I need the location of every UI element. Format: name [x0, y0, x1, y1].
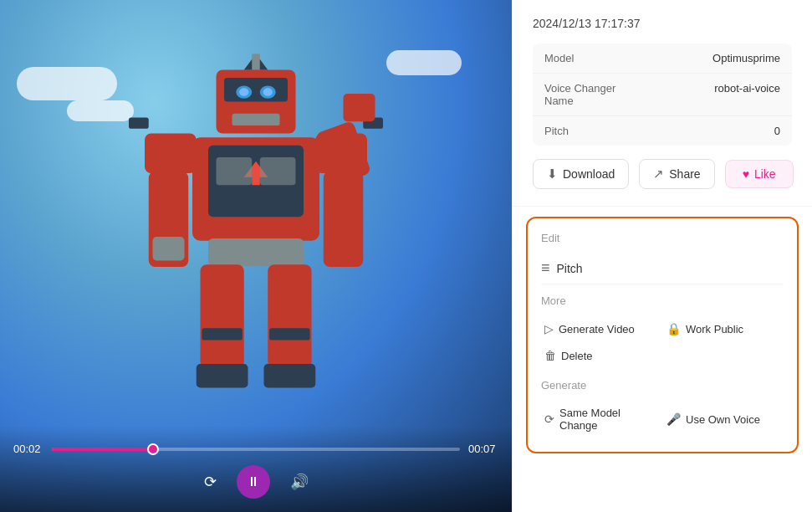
- heart-icon: ♥: [743, 167, 749, 181]
- progress-track[interactable]: [52, 448, 460, 451]
- share-icon: ↗: [653, 166, 664, 182]
- progress-fill: [52, 448, 154, 451]
- delete-item[interactable]: 🗑 Delete: [541, 342, 784, 369]
- svg-rect-14: [145, 134, 197, 174]
- timestamp: 2024/12/13 17:17:37: [533, 17, 792, 30]
- current-time: 00:02: [13, 443, 43, 455]
- generate-video-label: Generate Video: [559, 323, 635, 335]
- svg-rect-25: [202, 328, 242, 340]
- mic-icon: 🎤: [666, 412, 681, 426]
- svg-point-5: [263, 88, 273, 96]
- delete-label: Delete: [561, 350, 593, 362]
- same-model-change-label: Same Model Change: [559, 407, 658, 432]
- same-model-change-item[interactable]: ⟳ Same Model Change: [541, 400, 661, 438]
- svg-rect-12: [217, 157, 253, 185]
- more-section-label: More: [541, 294, 784, 307]
- progress-thumb: [147, 443, 159, 455]
- svg-rect-26: [269, 328, 309, 340]
- edit-section-label: Edit: [541, 232, 784, 244]
- svg-point-4: [239, 88, 248, 96]
- model-row: Model Optimusprime: [533, 44, 792, 74]
- generate-section: Generate ⟳ Same Model Change 🎤 Use Own V…: [541, 379, 784, 438]
- svg-rect-29: [153, 237, 185, 261]
- svg-rect-1: [224, 78, 288, 102]
- voice-changer-row: Voice Changer Name robot-ai-voice: [533, 74, 792, 116]
- video-panel: 00:02 00:07 ⟳ ⏸ 🔊: [0, 0, 512, 512]
- work-public-item[interactable]: 🔒 Work Public: [663, 315, 784, 342]
- total-time: 00:07: [468, 443, 498, 455]
- video-controls: 00:02 00:07 ⟳ ⏸ 🔊: [0, 426, 512, 512]
- pause-icon: ⏸: [247, 474, 260, 489]
- generate-grid: ⟳ Same Model Change 🎤 Use Own Voice: [541, 400, 784, 438]
- work-public-label: Work Public: [686, 323, 743, 335]
- actions-row: ⬇ Download ↗ Share ♥ Like: [533, 159, 792, 189]
- download-button[interactable]: ⬇ Download: [533, 159, 629, 189]
- edit-panel: Edit ≡ Pitch More ▷ Generate Video 🔒 Wor…: [526, 217, 799, 453]
- generate-section-label: Generate: [541, 379, 784, 392]
- model-change-icon: ⟳: [544, 412, 554, 426]
- use-own-voice-item[interactable]: 🎤 Use Own Voice: [663, 400, 784, 438]
- svg-rect-19: [324, 172, 364, 267]
- svg-rect-8: [232, 114, 280, 125]
- more-grid: ▷ Generate Video 🔒 Work Public: [541, 315, 784, 342]
- like-button[interactable]: ♥ Like: [725, 160, 794, 188]
- svg-rect-23: [201, 264, 244, 368]
- share-label: Share: [669, 167, 700, 181]
- progress-bar-area: 00:02 00:07: [13, 443, 498, 455]
- pitch-edit-label: Pitch: [557, 262, 583, 275]
- info-section: 2024/12/13 17:17:37 Model Optimusprime V…: [513, 0, 812, 207]
- more-section: More ▷ Generate Video 🔒 Work Public 🗑 De…: [541, 294, 784, 369]
- pitch-edit-item[interactable]: ≡ Pitch: [541, 253, 784, 284]
- share-button[interactable]: ↗ Share: [639, 159, 714, 189]
- lock-icon: 🔒: [666, 322, 681, 335]
- generate-video-item[interactable]: ▷ Generate Video: [541, 315, 661, 342]
- volume-button[interactable]: 🔊: [287, 469, 312, 494]
- playback-controls: ⟳ ⏸ 🔊: [13, 465, 498, 499]
- svg-rect-22: [208, 238, 304, 266]
- volume-icon: 🔊: [290, 473, 309, 491]
- right-panel: 2024/12/13 17:17:37 Model Optimusprime V…: [512, 0, 812, 512]
- svg-rect-28: [264, 364, 316, 388]
- svg-rect-7: [252, 54, 260, 70]
- model-label: Model: [533, 44, 641, 73]
- tune-icon: ≡: [541, 259, 550, 277]
- repeat-button[interactable]: ⟳: [201, 469, 220, 494]
- voice-changer-label: Voice Changer Name: [533, 74, 641, 115]
- repeat-icon: ⟳: [204, 473, 217, 491]
- svg-rect-13: [260, 157, 296, 185]
- svg-rect-27: [197, 364, 248, 388]
- svg-rect-21: [344, 94, 375, 121]
- svg-rect-16: [129, 118, 149, 129]
- model-value: Optimusprime: [641, 44, 792, 73]
- delete-icon: 🗑: [544, 349, 556, 362]
- info-table: Model Optimusprime Voice Changer Name ro…: [533, 44, 792, 146]
- svg-rect-20: [315, 120, 371, 187]
- svg-rect-24: [268, 264, 311, 368]
- like-label: Like: [754, 167, 776, 181]
- download-label: Download: [563, 167, 615, 181]
- pitch-info-row: Pitch 0: [533, 116, 792, 146]
- robot-svg: [97, 44, 415, 462]
- pitch-info-value: 0: [641, 116, 792, 146]
- download-icon: ⬇: [547, 166, 558, 182]
- pitch-info-label: Pitch: [533, 116, 641, 146]
- voice-changer-value: robot-ai-voice: [641, 74, 792, 115]
- use-own-voice-label: Use Own Voice: [686, 413, 760, 426]
- video-icon: ▷: [544, 322, 554, 335]
- pause-button[interactable]: ⏸: [237, 465, 270, 499]
